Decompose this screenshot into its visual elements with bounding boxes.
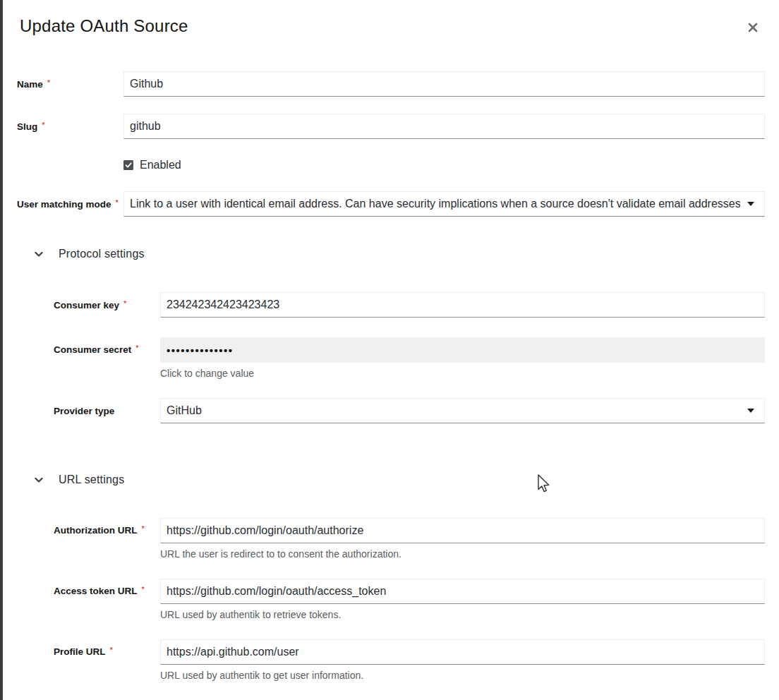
provider-type-selected-value: GitHub bbox=[167, 404, 740, 417]
modal-title: Update OAuth Source bbox=[20, 16, 762, 37]
authorization-url-help-text: URL the user is redirect to to consent t… bbox=[160, 548, 765, 560]
required-asterisk: * bbox=[42, 121, 44, 129]
required-asterisk: * bbox=[135, 344, 138, 352]
required-asterisk: * bbox=[142, 585, 145, 593]
consumer-secret-help-text: Click to change value bbox=[160, 368, 765, 379]
provider-type-field-row: Provider type GitHub bbox=[54, 398, 765, 423]
consumer-key-field-row: Consumer key* bbox=[54, 292, 765, 318]
url-settings-section-body: Authorization URL* URL the user is redir… bbox=[54, 518, 765, 681]
protocol-settings-section-body: Consumer key* Consumer secret* •••••••••… bbox=[54, 292, 765, 423]
provider-type-label: Provider type bbox=[54, 406, 160, 416]
profile-url-label: Profile URL* bbox=[54, 639, 160, 657]
name-field-row: Name* bbox=[17, 71, 765, 97]
name-input[interactable] bbox=[123, 71, 765, 97]
profile-url-field-row: Profile URL* URL used by authentik to ge… bbox=[54, 639, 765, 681]
caret-down-icon bbox=[747, 409, 754, 413]
consumer-secret-masked-value: •••••••••••••• bbox=[167, 344, 234, 356]
profile-url-help-text: URL used by authentik to get user inform… bbox=[160, 670, 765, 681]
consumer-secret-masked-field[interactable]: •••••••••••••• bbox=[160, 337, 765, 363]
close-icon bbox=[748, 23, 758, 32]
access-token-url-field-row: Access token URL* URL used by authentik … bbox=[54, 579, 765, 620]
check-icon bbox=[125, 162, 132, 169]
slug-input[interactable] bbox=[123, 114, 765, 139]
user-matching-mode-select[interactable]: Link to a user with identical email addr… bbox=[123, 191, 765, 217]
oauth-source-form: Name* Slug* Enabled bbox=[3, 71, 779, 681]
enabled-checkbox-label: Enabled bbox=[140, 159, 181, 171]
name-label: Name* bbox=[17, 79, 123, 90]
access-token-url-label: Access token URL* bbox=[54, 579, 160, 596]
authorization-url-input[interactable] bbox=[160, 518, 765, 543]
protocol-settings-section-label: Protocol settings bbox=[59, 248, 145, 260]
protocol-settings-section-toggle[interactable]: Protocol settings bbox=[34, 248, 145, 260]
modal-header: Update OAuth Source bbox=[3, 0, 779, 37]
required-asterisk: * bbox=[116, 198, 119, 207]
required-asterisk: * bbox=[47, 78, 50, 87]
slug-label: Slug* bbox=[17, 121, 123, 132]
chevron-down-icon bbox=[34, 475, 44, 485]
url-settings-section-toggle[interactable]: URL settings bbox=[34, 473, 124, 486]
enabled-field-row: Enabled bbox=[123, 159, 765, 171]
authorization-url-field-row: Authorization URL* URL the user is redir… bbox=[54, 518, 765, 560]
close-button[interactable] bbox=[745, 20, 761, 35]
provider-type-select[interactable]: GitHub bbox=[160, 398, 765, 423]
consumer-secret-label: Consumer secret* bbox=[54, 337, 160, 355]
consumer-key-label: Consumer key* bbox=[54, 300, 160, 310]
caret-down-icon bbox=[747, 202, 754, 206]
update-oauth-source-modal: Update OAuth Source Name* Slug* bbox=[3, 0, 779, 700]
user-matching-mode-selected-value: Link to a user with identical email addr… bbox=[130, 198, 740, 210]
consumer-secret-field-row: Consumer secret* •••••••••••••• Click to… bbox=[54, 337, 765, 379]
slug-field-row: Slug* bbox=[17, 114, 765, 139]
user-matching-mode-field-row: User matching mode* Link to a user with … bbox=[17, 191, 765, 217]
access-token-url-help-text: URL used by authentik to retrieve tokens… bbox=[160, 609, 765, 620]
url-settings-section-label: URL settings bbox=[59, 473, 124, 486]
required-asterisk: * bbox=[110, 646, 113, 654]
user-matching-mode-label: User matching mode* bbox=[17, 199, 123, 210]
enabled-checkbox[interactable] bbox=[123, 160, 133, 170]
required-asterisk: * bbox=[123, 299, 126, 308]
profile-url-input[interactable] bbox=[160, 639, 765, 665]
consumer-key-input[interactable] bbox=[160, 292, 765, 318]
required-asterisk: * bbox=[141, 524, 144, 533]
chevron-down-icon bbox=[34, 249, 44, 259]
authorization-url-label: Authorization URL* bbox=[54, 518, 160, 536]
access-token-url-input[interactable] bbox=[160, 579, 765, 604]
